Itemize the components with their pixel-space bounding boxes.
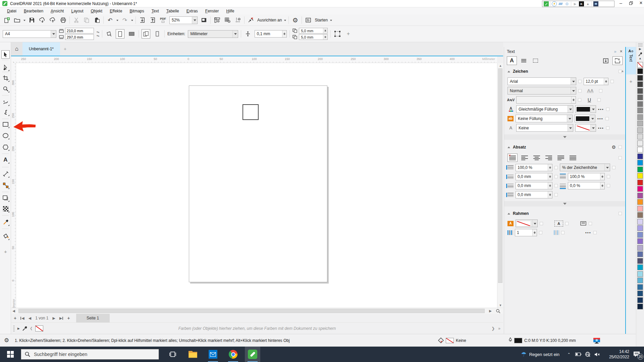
taskbar-search[interactable] xyxy=(21,349,159,360)
palette-swatch[interactable] xyxy=(637,134,643,139)
home-tab-icon[interactable]: ⌂ xyxy=(11,42,22,56)
snap-label[interactable]: Ausrichten an xyxy=(257,18,282,22)
menu-item[interactable]: Bearbeiten xyxy=(20,8,47,14)
fill-color-combo[interactable] xyxy=(575,105,596,113)
current-page-button[interactable] xyxy=(153,29,162,39)
palette-swatch[interactable] xyxy=(637,114,643,120)
scroll-up-icon[interactable]: ▲ xyxy=(497,63,503,68)
palette-eyedropper-icon[interactable] xyxy=(638,52,642,56)
palette-swatch[interactable] xyxy=(637,81,643,87)
cloud-download-icon[interactable] xyxy=(38,16,46,24)
show-grid-icon[interactable] xyxy=(223,16,231,24)
section-expander[interactable] xyxy=(504,201,625,206)
outline-status[interactable]: Keine xyxy=(438,338,466,343)
page-tab[interactable]: Seite 1 xyxy=(76,314,110,322)
macro-settings-icon[interactable]: ⚙︎ xyxy=(565,1,570,6)
palette-swatch[interactable] xyxy=(637,62,643,68)
char-spacing-spinner[interactable]: 0,0 % xyxy=(568,182,605,189)
menu-item[interactable]: Ansicht xyxy=(47,8,67,14)
menu-item[interactable]: Extras xyxy=(183,8,202,14)
scroll-left-icon[interactable]: ◀ xyxy=(11,309,16,313)
duplicate-y-field[interactable]: 5,0 mm xyxy=(299,34,328,40)
all-pages-button[interactable] xyxy=(142,29,150,39)
eyedropper-tool[interactable] xyxy=(1,218,10,226)
space-before-spinner[interactable]: 0,0 mm xyxy=(516,173,552,180)
options-gear-icon[interactable]: ⚙︎ xyxy=(291,16,299,24)
snap-dropdown-icon[interactable] xyxy=(284,20,286,22)
font-style-combo[interactable]: Normal xyxy=(507,87,576,95)
frame-color-combo[interactable] xyxy=(516,220,538,227)
palette-flyout-icon[interactable]: ▶ xyxy=(639,47,641,52)
muted-speaker-icon[interactable] xyxy=(592,352,602,357)
drag-grip[interactable] xyxy=(13,325,15,331)
align-none-button[interactable] xyxy=(507,154,518,162)
collapse-section-icon[interactable] xyxy=(507,69,510,72)
columns-spinner[interactable]: 1 xyxy=(515,229,537,236)
checkbox[interactable] xyxy=(578,98,581,102)
checkbox[interactable] xyxy=(554,166,558,169)
align-right-button[interactable] xyxy=(544,154,554,162)
record-icon[interactable]: K xyxy=(579,1,584,6)
first-page-icon[interactable]: ◀ xyxy=(20,316,24,320)
checkbox[interactable] xyxy=(610,80,614,83)
tab-paragraph[interactable] xyxy=(519,56,529,65)
equal-columns-icon[interactable] xyxy=(554,230,559,235)
shape-tool[interactable] xyxy=(1,63,10,71)
show-rulers-icon[interactable] xyxy=(213,16,221,24)
menu-item[interactable]: Fenster xyxy=(202,8,223,14)
palette-swatch[interactable] xyxy=(637,271,643,277)
rectangle-tool[interactable] xyxy=(1,120,10,128)
weather-widget[interactable]: ☂︎ Regen setzt ein xyxy=(521,351,559,358)
collapse-section-icon[interactable] xyxy=(507,212,510,215)
fill-status[interactable]: C:0 M:0 Y:0 K:100 0,200 mm xyxy=(508,338,576,343)
scrollbar-thumb[interactable] xyxy=(498,68,502,283)
palette-swatch[interactable] xyxy=(637,278,643,283)
collapse-section-icon[interactable] xyxy=(507,145,510,148)
open-icon[interactable] xyxy=(13,16,21,24)
spacing-unit-combo[interactable]: % der Zeichenhöhe xyxy=(560,164,610,171)
palette-swatch[interactable] xyxy=(637,101,643,107)
preview-icon[interactable] xyxy=(593,1,598,6)
spinner-arrows[interactable] xyxy=(282,31,286,37)
play-icon[interactable]: ▶ xyxy=(573,1,578,6)
docker-tab-text[interactable]: A⚙︎ Text xyxy=(626,47,636,74)
duplicate-x-field[interactable]: 5,0 mm xyxy=(299,28,328,34)
expand-icon[interactable]: » xyxy=(498,326,500,331)
menu-item[interactable]: Hilfe xyxy=(223,8,238,14)
more-tools-button[interactable]: + xyxy=(1,247,10,256)
checkbox[interactable] xyxy=(561,231,565,234)
portrait-button[interactable] xyxy=(116,29,124,39)
underline-button[interactable]: U xyxy=(583,97,595,103)
scroll-right-icon[interactable]: ❯ xyxy=(491,326,495,331)
new-document-tab-icon[interactable]: + xyxy=(60,42,70,56)
flyout-icon[interactable]: ▶ xyxy=(17,327,20,330)
palette-swatch[interactable] xyxy=(637,140,643,146)
text-tool[interactable]: A xyxy=(1,156,10,164)
cut-icon[interactable] xyxy=(72,16,80,24)
pan-zoom-icon[interactable] xyxy=(494,308,502,314)
import-icon[interactable] xyxy=(138,16,146,24)
notification-center-button[interactable]: 20 xyxy=(629,347,644,362)
horizontal-scrollbar[interactable]: ◀ ▶ xyxy=(11,308,503,314)
page-height-field[interactable] xyxy=(65,34,94,40)
no-color-swatch[interactable] xyxy=(35,325,43,331)
background-color-combo[interactable] xyxy=(575,115,595,122)
bezier-tool[interactable] xyxy=(1,108,10,116)
page-size-spinners[interactable]: ▾▴▾▴ xyxy=(97,31,99,37)
palette-swatch[interactable] xyxy=(637,127,643,133)
space-after-spinner[interactable]: 0,0 mm xyxy=(516,182,552,189)
background-options-icon[interactable]: ••• xyxy=(597,117,603,121)
checkbox[interactable] xyxy=(612,166,615,169)
section-expander[interactable] xyxy=(504,134,625,140)
palette-swatch[interactable] xyxy=(637,193,643,198)
undo-icon[interactable]: ↶ xyxy=(106,16,114,24)
history-icon[interactable] xyxy=(552,1,557,6)
landscape-button[interactable] xyxy=(127,29,136,39)
status-gear-icon[interactable]: ⚙︎ xyxy=(4,337,9,344)
file-explorer-button[interactable] xyxy=(185,347,201,362)
scroll-right-icon[interactable]: ▶ xyxy=(488,309,493,313)
treat-as-filled-icon[interactable] xyxy=(333,30,341,38)
pick-tool[interactable] xyxy=(1,50,10,59)
chrome-button[interactable] xyxy=(225,347,241,362)
launch-label[interactable]: Starten xyxy=(315,18,328,22)
